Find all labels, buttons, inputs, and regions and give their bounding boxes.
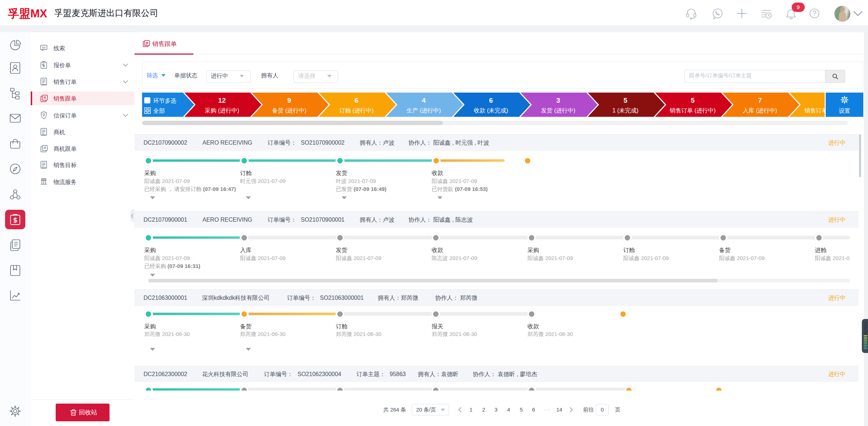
- svg-text:环节多选: 环节多选: [153, 98, 176, 104]
- svg-text:6: 6: [355, 97, 359, 104]
- svg-text:设置: 设置: [839, 108, 850, 114]
- svg-text:7: 7: [758, 97, 762, 104]
- svg-text:入库 (进行中): 入库 (进行中): [743, 107, 777, 114]
- svg-text:9: 9: [287, 97, 291, 104]
- svg-text:3: 3: [556, 97, 560, 104]
- svg-text:生产 (进行中): 生产 (进行中): [406, 107, 441, 114]
- svg-text:发货 (进行中): 发货 (进行中): [541, 107, 575, 114]
- svg-text:备货 (进行中): 备货 (进行中): [272, 107, 306, 114]
- svg-text:4: 4: [422, 97, 426, 104]
- svg-text:销售订单 (进行中): 销售订单 (进行中): [669, 107, 715, 114]
- svg-text:收款 (未完成): 收款 (未完成): [474, 107, 508, 114]
- svg-text:全部: 全部: [153, 108, 165, 114]
- svg-text:12: 12: [218, 97, 226, 104]
- svg-text:6: 6: [489, 97, 493, 104]
- svg-text:采购 (进行中): 采购 (进行中): [205, 107, 239, 114]
- svg-text:订舱 (进行中): 订舱 (进行中): [339, 107, 373, 114]
- svg-text:1 (未完成): 1 (未完成): [612, 107, 638, 114]
- svg-text:5: 5: [624, 97, 628, 104]
- svg-text:5: 5: [691, 97, 695, 104]
